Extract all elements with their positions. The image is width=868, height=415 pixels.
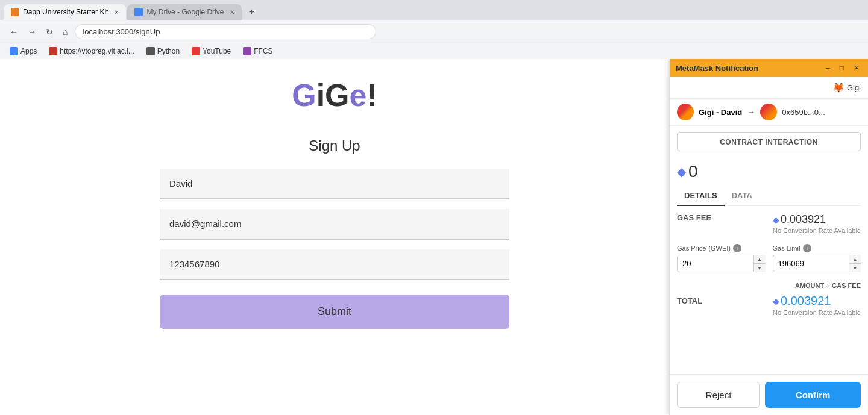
gas-price-increment[interactable]: ▲ [754, 255, 766, 264]
total-eth-amount: 0.003921 [781, 294, 831, 308]
apps-icon [10, 47, 18, 55]
close-button[interactable]: ✕ [851, 63, 862, 73]
tab-favicon-1 [11, 8, 19, 16]
gas-fee-value: ◆ 0.003921 No Conversion Rate Available [773, 213, 861, 234]
webpage: GiGe! Sign Up Submit [0, 59, 669, 415]
to-avatar [760, 104, 777, 120]
total-conversion: No Conversion Rate Available [773, 309, 861, 316]
window-controls: – □ ✕ [823, 63, 862, 73]
forward-button[interactable]: → [25, 26, 39, 38]
metamask-fox-icon: 🦊 [832, 82, 844, 93]
amount-row: ◆ 0 [670, 157, 868, 186]
contract-label: CONTRACT INTERACTION [720, 138, 818, 146]
bookmark-ffcs[interactable]: FFCS [241, 46, 275, 57]
gas-fee-label: GAS FEE [677, 213, 711, 222]
gas-price-input[interactable] [677, 255, 766, 272]
contract-badge: CONTRACT INTERACTION [677, 132, 861, 151]
main-area: GiGe! Sign Up Submit MetaMask Notificati… [0, 59, 868, 415]
bookmark-python-label: Python [157, 47, 180, 55]
url-text: localhost:3000/signUp [83, 27, 160, 36]
python-icon [146, 47, 155, 55]
metamask-footer: Reject Confirm [670, 374, 868, 415]
account-link[interactable]: 🦊 Gigi [832, 82, 861, 93]
total-label: TOTAL [677, 296, 702, 305]
account-link-text: Gigi [847, 83, 861, 92]
reject-button[interactable]: Reject [677, 382, 760, 408]
logo-excl: ! [366, 78, 377, 113]
bookmark-youtube[interactable]: YouTube [189, 46, 233, 57]
gas-limit-label: Gas Limit i [773, 244, 861, 252]
gas-limit-info-icon[interactable]: i [803, 244, 811, 252]
bookmark-vtopreg[interactable]: https://vtopreg.vit.ac.i... [46, 46, 136, 57]
gas-price-group: Gas Price (GWEI) i ▲ ▼ [677, 244, 766, 272]
logo-g1: G [292, 78, 316, 113]
bookmark-apps[interactable]: Apps [7, 46, 39, 57]
bookmark-youtube-label: YouTube [203, 47, 231, 55]
ffcs-icon [243, 47, 251, 55]
gas-inputs: Gas Price (GWEI) i ▲ ▼ Gas Limit [677, 244, 861, 272]
metamask-title: MetaMask Notification [676, 64, 758, 73]
total-eth: ◆ 0.003921 [773, 294, 861, 308]
new-tab-button[interactable]: + [243, 4, 260, 20]
browser-chrome: Dapp University Starter Kit ✕ My Drive -… [0, 0, 868, 59]
tab-favicon-2 [134, 8, 143, 16]
metamask-header: 🦊 Gigi [670, 77, 868, 99]
gas-price-info-icon[interactable]: i [733, 244, 741, 252]
logo-e: e [350, 78, 367, 113]
gas-limit-input-wrapper: ▲ ▼ [773, 255, 861, 272]
submit-button[interactable]: Submit [160, 295, 509, 329]
tab-title-2: My Drive - Google Drive [146, 8, 224, 16]
maximize-button[interactable]: □ [837, 63, 846, 73]
bookmark-vtopreg-label: https://vtopreg.vit.ac.i... [60, 47, 134, 55]
gas-eth-amount: ◆ 0.003921 [773, 213, 861, 226]
email-input[interactable] [160, 209, 509, 240]
gas-limit-spinner: ▲ ▼ [849, 255, 861, 272]
metamask-body: GAS FEE ◆ 0.003921 No Conversion Rate Av… [670, 206, 868, 374]
total-eth-icon: ◆ [773, 296, 779, 306]
gas-eth-number: 0.003921 [781, 213, 826, 226]
gas-price-decrement[interactable]: ▼ [754, 264, 766, 272]
reload-button[interactable]: ↻ [43, 26, 55, 38]
eth-amount: 0 [688, 162, 698, 181]
tab-close-1[interactable]: ✕ [114, 9, 119, 16]
form-title: Sign Up [160, 137, 509, 154]
metamask-panel: MetaMask Notification – □ ✕ 🦊 Gigi Gigi … [669, 59, 868, 415]
url-box[interactable]: localhost:3000/signUp [75, 24, 376, 39]
logo-g2: G [325, 78, 349, 113]
tab-title-1: Dapp University Starter Kit [23, 8, 108, 16]
gas-limit-input[interactable] [773, 255, 861, 272]
phone-input[interactable] [160, 249, 509, 280]
tab-data[interactable]: DATA [725, 186, 760, 205]
gas-price-input-wrapper: ▲ ▼ [677, 255, 766, 272]
confirm-button[interactable]: Confirm [765, 382, 861, 408]
signup-form: Sign Up Submit [160, 137, 509, 329]
arrow-icon: → [747, 107, 755, 117]
back-button[interactable]: ← [7, 26, 20, 38]
tab-details[interactable]: DETAILS [677, 186, 725, 206]
logo-i: i [316, 78, 325, 113]
tab-close-2[interactable]: ✕ [230, 9, 234, 16]
amount-gas-label: AMOUNT + GAS FEE [677, 282, 861, 289]
total-value: ◆ 0.003921 No Conversion Rate Available [773, 294, 861, 316]
bookmark-python[interactable]: Python [144, 46, 182, 57]
gas-fee-row: GAS FEE ◆ 0.003921 No Conversion Rate Av… [677, 213, 861, 234]
bookmark-ffcs-label: FFCS [254, 47, 272, 55]
to-address: 0x659b...0... [782, 108, 825, 117]
from-avatar [677, 104, 694, 120]
home-button[interactable]: ⌂ [60, 26, 70, 38]
youtube-icon [192, 47, 200, 55]
gas-eth-icon: ◆ [773, 215, 779, 225]
vtopreg-icon [49, 47, 57, 55]
gas-price-spinner: ▲ ▼ [753, 255, 766, 272]
from-to-row: Gigi - David → 0x659b...0... [670, 99, 868, 126]
address-bar: ← → ↻ ⌂ localhost:3000/signUp [0, 20, 868, 43]
gas-limit-decrement[interactable]: ▼ [849, 264, 861, 272]
eth-icon: ◆ [677, 164, 686, 179]
minimize-button[interactable]: – [823, 63, 832, 73]
bookmarks-bar: Apps https://vtopreg.vit.ac.i... Python … [0, 43, 868, 59]
tab-active[interactable]: Dapp University Starter Kit ✕ [4, 4, 126, 20]
name-input[interactable] [160, 169, 509, 199]
gas-limit-increment[interactable]: ▲ [849, 255, 861, 264]
total-row: TOTAL ◆ 0.003921 No Conversion Rate Avai… [677, 294, 861, 316]
tab-inactive[interactable]: My Drive - Google Drive ✕ [127, 4, 242, 20]
